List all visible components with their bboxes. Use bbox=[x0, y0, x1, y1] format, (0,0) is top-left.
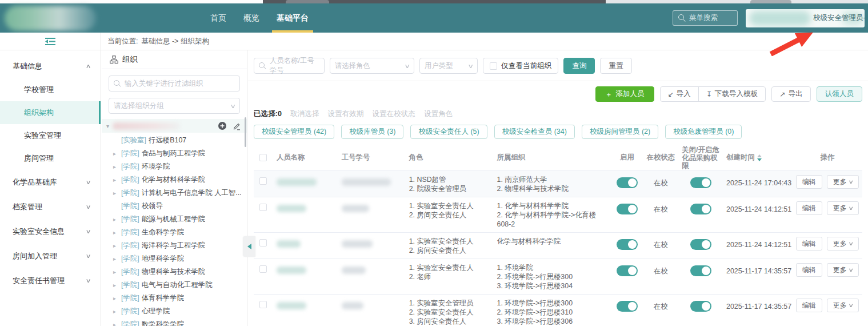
row-checkbox[interactable] bbox=[259, 177, 267, 185]
org-tree-item[interactable]: ▸[学院]体育科学学院 bbox=[102, 292, 247, 305]
enable-toggle[interactable] bbox=[617, 177, 638, 188]
org-tree-item[interactable]: ▸[学院]心理学院 bbox=[102, 305, 247, 318]
role-filter-chip[interactable]: 校级安全检查员 (34) bbox=[494, 125, 575, 139]
org-tree-item[interactable]: ▸[学院]地理科学学院 bbox=[102, 252, 247, 265]
edit-button[interactable]: 编辑 bbox=[796, 237, 822, 251]
sidebar-item[interactable]: 实验室管理 bbox=[0, 124, 101, 147]
query-button[interactable]: 查询 bbox=[563, 58, 595, 74]
sidebar-group-item[interactable]: 安全责任书管理∨ bbox=[0, 268, 101, 293]
menu-search-input[interactable]: 菜单搜索 bbox=[673, 10, 738, 26]
chevron-right-icon[interactable]: ▸ bbox=[113, 190, 121, 196]
collapse-sidebar-icon[interactable] bbox=[45, 37, 56, 46]
org-tree-item[interactable]: [实验室]行远楼B107 bbox=[102, 134, 247, 147]
row-checkbox[interactable] bbox=[259, 239, 267, 247]
more-button[interactable]: 更多∨ bbox=[827, 237, 859, 251]
claim-person-button[interactable]: 认领人员 bbox=[817, 86, 862, 102]
chevron-right-icon[interactable]: ▸ bbox=[113, 308, 121, 315]
role-filter-chip[interactable]: 校级安全责任人 (5) bbox=[410, 125, 487, 139]
org-tree-item[interactable]: ▸[学院]计算机与电子信息学院 人工智... bbox=[102, 186, 247, 200]
download-template-button[interactable]: ↧ 下载导入模板 bbox=[698, 87, 766, 101]
org-tree-item[interactable]: ▸[学院]能源与机械工程学院 bbox=[102, 213, 247, 226]
enable-toggle[interactable] bbox=[617, 204, 638, 214]
enable-toggle[interactable] bbox=[617, 265, 638, 276]
org-tree-item[interactable]: ▸[学院]化学与材料科学学院 bbox=[102, 173, 247, 186]
sidebar-group-item[interactable]: 实验室安全信息∨ bbox=[0, 219, 101, 244]
import-button[interactable]: ↙ 导入 bbox=[661, 87, 698, 101]
chevron-right-icon[interactable]: ▸ bbox=[113, 282, 121, 288]
purchase-permission-toggle[interactable] bbox=[690, 204, 711, 214]
purchase-permission-toggle[interactable] bbox=[690, 177, 711, 188]
chevron-right-icon[interactable]: ▸ bbox=[113, 269, 121, 275]
chevron-right-icon[interactable]: ▸ bbox=[113, 229, 121, 236]
export-button[interactable]: ↗ 导出 bbox=[772, 87, 810, 101]
edit-button[interactable]: 编辑 bbox=[796, 175, 822, 189]
bulk-action-link[interactable]: 取消选择 bbox=[290, 109, 319, 119]
top-nav-item[interactable]: 概览 bbox=[243, 3, 259, 33]
chevron-right-icon[interactable]: ▸ bbox=[113, 295, 121, 301]
purchase-permission-toggle[interactable] bbox=[690, 301, 711, 312]
top-nav-item[interactable]: 首页 bbox=[210, 3, 226, 33]
more-button[interactable]: 更多∨ bbox=[827, 263, 859, 277]
row-checkbox[interactable] bbox=[259, 265, 267, 273]
role-filter-chip[interactable]: 校级危废管理员 (0) bbox=[665, 125, 742, 139]
chevron-right-icon[interactable]: ▸ bbox=[113, 164, 121, 170]
edit-button[interactable]: 编辑 bbox=[796, 263, 822, 277]
org-tree-item[interactable]: ▸[学院]环境学院 bbox=[102, 160, 247, 173]
role-filter-chip[interactable]: 校级库管员 (3) bbox=[341, 125, 403, 139]
enable-toggle[interactable] bbox=[617, 301, 638, 312]
add-org-icon[interactable] bbox=[218, 121, 227, 130]
row-checkbox[interactable] bbox=[259, 204, 267, 211]
role-select[interactable]: 请选择角色 ∨ bbox=[330, 58, 414, 74]
sidebar-group-item[interactable]: 档案管理∨ bbox=[0, 194, 101, 219]
chevron-right-icon[interactable]: ▸ bbox=[113, 256, 121, 262]
org-tree-item[interactable]: [学院]校领导 bbox=[102, 200, 247, 213]
org-tree-item[interactable]: ▸[学院]数学科学学院 bbox=[102, 318, 247, 326]
sidebar-group-item[interactable]: 房间加入管理∨ bbox=[0, 244, 101, 268]
chevron-right-icon[interactable]: ▸ bbox=[113, 321, 121, 326]
role-filter-chip[interactable]: 校级安全管理员 (42) bbox=[254, 125, 334, 139]
org-tree-item[interactable]: ▸[学院]物理科学与技术学院 bbox=[102, 265, 247, 279]
more-button[interactable]: 更多∨ bbox=[827, 201, 859, 215]
edit-pencil-icon[interactable] bbox=[233, 122, 241, 130]
scrollbar-thumb[interactable] bbox=[245, 117, 246, 147]
role-filter-chip[interactable]: 校级房间管理员 (2) bbox=[582, 125, 658, 139]
purchase-permission-toggle[interactable] bbox=[690, 265, 711, 276]
edit-button[interactable]: 编辑 bbox=[796, 299, 822, 312]
chevron-right-icon[interactable]: ▸ bbox=[113, 150, 121, 157]
sort-toggle[interactable] bbox=[757, 154, 762, 161]
org-tree-item[interactable]: ▸[学院]电气与自动化工程学院 bbox=[102, 279, 247, 292]
more-button[interactable]: 更多∨ bbox=[827, 175, 859, 189]
chevron-right-icon[interactable]: ▸ bbox=[113, 177, 121, 183]
chevron-right-icon[interactable]: ▸ bbox=[113, 242, 121, 249]
sidebar-group-item[interactable]: 化学品基础库∨ bbox=[0, 170, 101, 194]
purchase-permission-toggle[interactable] bbox=[690, 239, 711, 250]
tree-collapse-handle[interactable] bbox=[243, 236, 255, 257]
sidebar-item[interactable]: 房间管理 bbox=[0, 147, 101, 170]
bulk-action-link[interactable]: 设置在校状态 bbox=[372, 109, 415, 119]
org-tree-item[interactable]: ▸[学院]海洋科学与工程学院 bbox=[102, 239, 247, 252]
sidebar-group-item[interactable]: 基础信息∧ bbox=[0, 54, 101, 78]
chevron-right-icon[interactable]: ▸ bbox=[113, 216, 121, 222]
org-tree-root-node[interactable]: ▾ bbox=[102, 119, 247, 133]
bulk-action-link[interactable]: 设置角色 bbox=[424, 109, 453, 119]
enable-toggle[interactable] bbox=[617, 239, 638, 250]
more-button[interactable]: 更多∨ bbox=[827, 299, 859, 312]
only-current-org-checkbox[interactable]: 仅查看当前组织 bbox=[483, 58, 558, 74]
row-checkbox[interactable] bbox=[259, 301, 267, 308]
bulk-action-link[interactable]: 设置有效期 bbox=[327, 109, 363, 119]
org-tree-item[interactable]: ▸[学院]生命科学学院 bbox=[102, 226, 247, 239]
org-group-select[interactable]: 请选择组织分组 ∨ bbox=[109, 98, 240, 114]
chevron-expanded-icon[interactable]: ▾ bbox=[106, 123, 109, 129]
user-account-button[interactable]: 校级安全管理员- bbox=[746, 9, 865, 27]
sidebar-item[interactable]: 组织架构 bbox=[0, 101, 101, 124]
reset-button[interactable]: 重置 bbox=[600, 58, 631, 74]
user-type-select[interactable]: 用户类型 ∨ bbox=[419, 58, 478, 74]
org-filter-input[interactable]: 输入关键字进行过滤组织 bbox=[109, 75, 240, 92]
add-person-button[interactable]: ＋ 添加人员 bbox=[595, 86, 654, 102]
select-all-checkbox[interactable] bbox=[259, 154, 267, 161]
person-search-input[interactable]: 人员名称/工号学号 bbox=[254, 58, 325, 74]
top-nav-item[interactable]: 基础平台 bbox=[277, 3, 309, 33]
edit-button[interactable]: 编辑 bbox=[796, 201, 822, 215]
org-tree-item[interactable]: ▸[学院]食品与制药工程学院 bbox=[102, 147, 247, 160]
sidebar-item[interactable]: 学校管理 bbox=[0, 78, 101, 101]
